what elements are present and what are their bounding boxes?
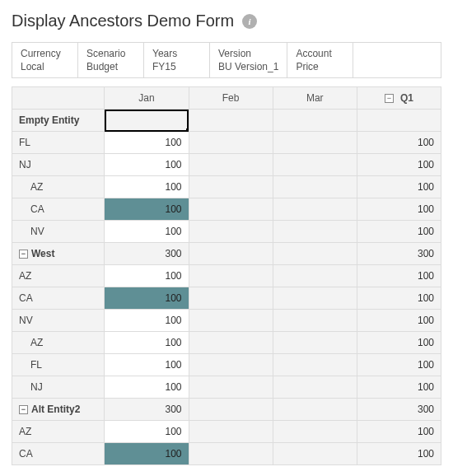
cell-mar[interactable]: [273, 376, 357, 399]
cell-feb[interactable]: [189, 176, 273, 198]
row-header[interactable]: FL: [12, 132, 105, 154]
collapse-icon[interactable]: −: [19, 405, 28, 414]
col-header-mar[interactable]: Mar: [273, 87, 357, 110]
cell-feb[interactable]: [189, 287, 273, 310]
cell-feb[interactable]: [189, 332, 273, 354]
row-header[interactable]: −West: [12, 243, 105, 265]
row-header[interactable]: FL: [12, 354, 105, 376]
cell-jan[interactable]: 100: [105, 176, 189, 198]
cell-feb[interactable]: [189, 265, 273, 287]
cell-q1[interactable]: 100: [357, 310, 441, 332]
row-header[interactable]: Empty Entity: [12, 110, 105, 132]
cell-q1[interactable]: 100: [357, 221, 441, 243]
cell-mar[interactable]: [273, 332, 357, 354]
cell-q1[interactable]: 100: [357, 287, 441, 310]
cell-mar[interactable]: [273, 132, 357, 154]
cell-mar[interactable]: [273, 198, 357, 221]
cell-jan[interactable]: 100: [105, 376, 189, 399]
cell-q1[interactable]: 100: [357, 354, 441, 376]
cell-feb[interactable]: [189, 154, 273, 176]
cell-q1[interactable]: 100: [357, 176, 441, 198]
cell-q1[interactable]: 100: [357, 376, 441, 399]
row-header[interactable]: AZ: [12, 421, 105, 443]
cell-jan[interactable]: 100: [105, 287, 189, 310]
cell-feb[interactable]: [189, 221, 273, 243]
cell-jan[interactable]: 100: [105, 443, 189, 465]
cell-jan[interactable]: 100: [105, 221, 189, 243]
pov-dimension: Years: [152, 48, 201, 59]
row-header[interactable]: CA: [12, 443, 105, 465]
row-label: CA: [19, 448, 33, 460]
cell-mar[interactable]: [273, 176, 357, 198]
col-header-q1[interactable]: − Q1: [357, 87, 441, 110]
cell-feb[interactable]: [189, 376, 273, 399]
cell-jan[interactable]: 300: [105, 399, 189, 421]
row-header[interactable]: CA: [12, 198, 105, 221]
cell-q1[interactable]: 300: [357, 243, 441, 265]
cell-mar[interactable]: [273, 287, 357, 310]
info-icon[interactable]: i: [242, 14, 257, 29]
col-header-feb[interactable]: Feb: [189, 87, 273, 110]
pov-item[interactable]: AccountPrice: [287, 43, 353, 77]
cell-q1[interactable]: 300: [357, 399, 441, 421]
cell-jan[interactable]: 100: [105, 154, 189, 176]
row-header[interactable]: −Alt Entity2: [12, 399, 105, 421]
row-header[interactable]: AZ: [12, 265, 105, 287]
table-row: FL100100: [12, 354, 441, 376]
cell-feb[interactable]: [189, 310, 273, 332]
cell-jan[interactable]: 100: [105, 332, 189, 354]
cell-feb[interactable]: [189, 132, 273, 154]
collapse-icon[interactable]: −: [19, 250, 28, 259]
row-label: FL: [19, 137, 30, 148]
cell-mar[interactable]: [273, 399, 357, 421]
col-header-jan[interactable]: Jan: [105, 87, 189, 110]
cell-q1[interactable]: 100: [357, 332, 441, 354]
row-label: AZ: [30, 337, 43, 348]
cell-jan[interactable]: 100: [105, 310, 189, 332]
collapse-icon[interactable]: −: [385, 94, 394, 103]
row-label: NJ: [19, 159, 31, 170]
cell-q1[interactable]: [357, 110, 441, 132]
row-label: Empty Entity: [19, 114, 79, 126]
cell-jan[interactable]: 100: [105, 198, 189, 221]
row-header[interactable]: AZ: [12, 176, 105, 198]
cell-mar[interactable]: [273, 265, 357, 287]
cell-q1[interactable]: 100: [357, 198, 441, 221]
cell-feb[interactable]: [189, 354, 273, 376]
cell-q1[interactable]: 100: [357, 265, 441, 287]
row-header[interactable]: CA: [12, 287, 105, 310]
cell-jan[interactable]: 300: [105, 243, 189, 265]
pov-item[interactable]: CurrencyLocal: [12, 43, 78, 77]
cell-q1[interactable]: 100: [357, 421, 441, 443]
cell-mar[interactable]: [273, 110, 357, 132]
row-header[interactable]: NJ: [12, 376, 105, 399]
cell-jan[interactable]: 100: [105, 132, 189, 154]
pov-item[interactable]: VersionBU Version_1: [210, 43, 287, 77]
row-header[interactable]: NJ: [12, 154, 105, 176]
cell-mar[interactable]: [273, 443, 357, 465]
row-header[interactable]: NV: [12, 310, 105, 332]
cell-feb[interactable]: [189, 443, 273, 465]
pov-item[interactable]: YearsFY15: [144, 43, 210, 77]
row-header[interactable]: NV: [12, 221, 105, 243]
cell-mar[interactable]: [273, 221, 357, 243]
cell-q1[interactable]: 100: [357, 443, 441, 465]
cell-feb[interactable]: [189, 243, 273, 265]
cell-mar[interactable]: [273, 354, 357, 376]
cell-q1[interactable]: 100: [357, 154, 441, 176]
cell-feb[interactable]: [189, 399, 273, 421]
cell-feb[interactable]: [189, 198, 273, 221]
cell-mar[interactable]: [273, 154, 357, 176]
cell-jan[interactable]: [105, 110, 189, 132]
cell-jan[interactable]: 100: [105, 421, 189, 443]
cell-mar[interactable]: [273, 243, 357, 265]
cell-feb[interactable]: [189, 110, 273, 132]
pov-item[interactable]: ScenarioBudget: [78, 43, 144, 77]
cell-q1[interactable]: 100: [357, 132, 441, 154]
row-header[interactable]: AZ: [12, 332, 105, 354]
cell-feb[interactable]: [189, 421, 273, 443]
cell-mar[interactable]: [273, 310, 357, 332]
cell-mar[interactable]: [273, 421, 357, 443]
cell-jan[interactable]: 100: [105, 265, 189, 287]
cell-jan[interactable]: 100: [105, 354, 189, 376]
